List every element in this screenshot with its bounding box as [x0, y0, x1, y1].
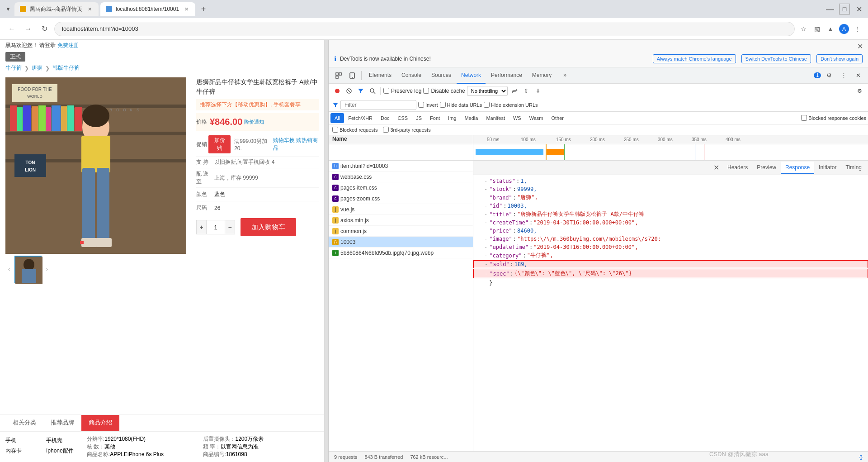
brand-item-1[interactable]: 手机壳	[46, 435, 87, 446]
tab-close-2[interactable]: ✕	[183, 5, 190, 13]
hide-extension-urls-checkbox[interactable]: Hide extension URLs	[484, 102, 538, 108]
devtools-close-button[interactable]: ✕	[855, 42, 864, 51]
type-filter-wasm[interactable]: Wasm	[525, 113, 547, 123]
dont-show-button[interactable]: Don't show again	[816, 54, 863, 63]
reload-button[interactable]: ↻	[38, 23, 51, 35]
invert-input[interactable]	[418, 102, 424, 108]
register-button[interactable]: 正式	[5, 52, 25, 62]
forward-button[interactable]: →	[22, 23, 34, 35]
type-filter-doc[interactable]: Doc	[377, 113, 394, 123]
third-party-input[interactable]	[383, 127, 389, 133]
tab-recommended-brand[interactable]: 推荐品牌	[43, 415, 81, 431]
type-filter-all[interactable]: All	[330, 113, 344, 123]
extension-icon[interactable]: ▧	[812, 24, 822, 34]
breadcrumb-item-3[interactable]: 韩版牛仔裤	[52, 64, 80, 72]
hide-data-urls-checkbox[interactable]: Hide data URLs	[440, 102, 482, 108]
cast-icon[interactable]: ▲	[826, 24, 835, 34]
type-filter-manifest[interactable]: Manifest	[482, 113, 509, 123]
blocked-cookies-checkbox[interactable]	[801, 115, 807, 121]
close-window-button[interactable]: ✕	[854, 4, 864, 14]
register-link[interactable]: 免费注册	[57, 42, 79, 48]
quantity-input[interactable]	[207, 220, 225, 234]
request-item-css1[interactable]: c webbase.css	[329, 171, 473, 182]
request-item-html[interactable]: h item.html?id=10003	[329, 161, 473, 171]
category-item-1[interactable]: 手机	[5, 435, 46, 446]
disable-cache-checkbox[interactable]: Disable cache	[423, 88, 465, 94]
promo-cart-link[interactable]: 购物车换 购热销商品	[273, 137, 319, 152]
thumb-prev-button[interactable]: ‹	[5, 256, 13, 283]
resp-tab-headers[interactable]: Headers	[723, 162, 752, 174]
tab-list-prev[interactable]: ▼	[4, 5, 13, 14]
add-to-cart-button[interactable]: 加入购物车	[241, 218, 296, 236]
clear-button[interactable]	[344, 86, 354, 96]
response-close-button[interactable]: ✕	[710, 163, 723, 172]
dt-tab-elements[interactable]: Elements	[364, 67, 396, 84]
breadcrumb-item-1[interactable]: 牛仔裤	[5, 64, 22, 72]
bookmark-icon[interactable]: ☆	[798, 24, 808, 34]
inspect-element-button[interactable]	[332, 69, 345, 82]
price-suffix[interactable]: 降价通知	[244, 119, 264, 125]
dt-tab-memory[interactable]: Memory	[528, 67, 556, 84]
type-filter-font[interactable]: Font	[426, 113, 444, 123]
filter-input[interactable]	[340, 100, 416, 110]
blocked-requests-checkbox[interactable]: Blocked requests	[332, 127, 377, 133]
request-item-json[interactable]: {} 10003	[329, 237, 473, 248]
qty-decrease-button[interactable]: +	[197, 220, 207, 234]
switch-chinese-button[interactable]: Switch DevTools to Chinese	[741, 54, 811, 63]
invert-checkbox[interactable]: Invert	[418, 102, 438, 108]
qty-increase-button[interactable]: −	[225, 220, 235, 234]
resp-tab-preview[interactable]: Preview	[752, 162, 781, 174]
request-item-js1[interactable]: j vue.js	[329, 204, 473, 215]
tab-product-intro[interactable]: 商品介绍	[81, 415, 119, 431]
devtools-undock-button[interactable]: ✕	[852, 69, 864, 82]
export-har-button[interactable]: ⇩	[533, 86, 543, 96]
thumb-image-1[interactable]	[14, 256, 42, 283]
main-product-image[interactable]: FOOD FOR THE WORLD	[5, 77, 186, 254]
preserve-log-checkbox[interactable]: Preserve log	[383, 88, 421, 94]
dt-tab-sources[interactable]: Sources	[427, 67, 456, 84]
network-settings-button[interactable]: ⚙	[854, 86, 864, 96]
devtools-more-button[interactable]: ⋮	[837, 69, 850, 82]
resp-tab-timing[interactable]: Timing	[841, 162, 866, 174]
browser-tab-2[interactable]: localhost:8081/item/10001 ✕	[100, 2, 195, 16]
profile-icon[interactable]: A	[839, 24, 849, 34]
settings-icon-button[interactable]: ⚙	[823, 69, 835, 82]
minimize-button[interactable]: —	[825, 4, 835, 14]
back-button[interactable]: ←	[5, 23, 18, 35]
tab-close-1[interactable]: ✕	[86, 5, 93, 13]
type-filter-ws[interactable]: WS	[509, 113, 525, 123]
request-item-css3[interactable]: c pages-zoom.css	[329, 193, 473, 204]
resp-tab-initiator[interactable]: Initiator	[814, 162, 841, 174]
preserve-log-input[interactable]	[383, 88, 389, 94]
request-item-js2[interactable]: j axios.min.js	[329, 215, 473, 226]
throttle-select[interactable]: No throttling	[467, 86, 508, 96]
blocked-requests-input[interactable]	[332, 127, 338, 133]
hide-data-urls-input[interactable]	[440, 102, 446, 108]
browser-tab-1[interactable]: 黑马商城--商品详情页 ✕	[14, 2, 99, 16]
import-har-button[interactable]: ⇧	[521, 86, 531, 96]
dt-tab-performance[interactable]: Performance	[486, 67, 527, 84]
search-icon-button[interactable]	[368, 86, 377, 96]
request-item-js3[interactable]: j common.js	[329, 226, 473, 237]
dt-tab-console[interactable]: Console	[397, 67, 426, 84]
maximize-button[interactable]: □	[839, 4, 850, 14]
address-input[interactable]	[54, 22, 795, 36]
type-filter-media[interactable]: Media	[460, 113, 482, 123]
third-party-checkbox[interactable]: 3rd-party requests	[383, 127, 430, 133]
type-filter-js[interactable]: JS	[412, 113, 426, 123]
category-item-2[interactable]: 内存卡	[5, 446, 46, 456]
brand-item-2[interactable]: Iphone配件	[46, 446, 87, 456]
type-filter-fetch-xhr[interactable]: Fetch/XHR	[344, 113, 377, 123]
new-tab-button[interactable]: +	[197, 3, 210, 15]
request-item-css2[interactable]: c pages-item.css	[329, 182, 473, 193]
disable-cache-input[interactable]	[423, 88, 429, 94]
type-filter-css[interactable]: CSS	[394, 113, 412, 123]
device-toolbar-button[interactable]	[346, 69, 359, 82]
promo-button[interactable]: 加价购	[208, 135, 231, 153]
dt-tab-more[interactable]: »	[559, 67, 571, 84]
tab-related-category[interactable]: 相关分类	[5, 415, 43, 431]
hide-extension-urls-input[interactable]	[484, 102, 490, 108]
network-conditions-button[interactable]	[509, 86, 519, 96]
record-button[interactable]	[332, 86, 342, 96]
type-filter-other[interactable]: Other	[547, 113, 568, 123]
